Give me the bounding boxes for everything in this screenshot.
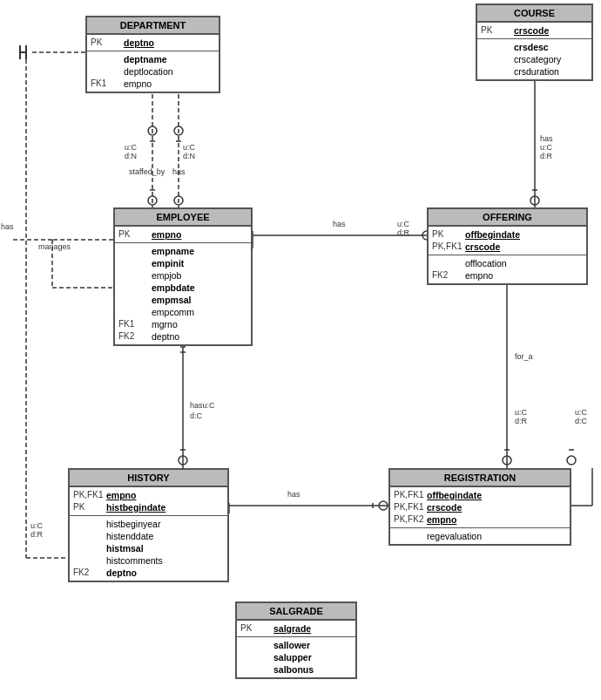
entity-department: DEPARTMENT PK deptno deptname deptlocati…: [85, 16, 220, 93]
entity-salgrade-pk: PK salgrade: [237, 621, 355, 637]
entity-employee-attrs: empname empinit empjob empbdate empmsal …: [115, 243, 251, 344]
entity-course: COURSE PK crscode crsdesc crscategory cr…: [476, 3, 593, 81]
entity-offering: OFFERING PK offbegindate PK,FK1 crscode …: [427, 207, 588, 285]
svg-point-36: [379, 501, 388, 510]
label-d-c: d:C: [190, 411, 202, 420]
label-uc-hist: u:C: [30, 521, 43, 530]
entity-salgrade-attrs: sallower salupper salbonus: [237, 637, 355, 677]
label-staffed-by: staffed_by: [129, 167, 165, 176]
svg-point-28: [503, 456, 511, 465]
label-dn-dept2: d:N: [183, 152, 195, 160]
entity-salgrade: SALGRADE PK salgrade sallower salupper s…: [235, 601, 357, 679]
label-has-emp-offering: has: [333, 220, 346, 228]
svg-point-15: [148, 196, 157, 205]
entity-course-attrs: crsdesc crscategory crsduration: [477, 39, 591, 79]
label-uc-reg1: u:C: [515, 408, 527, 417]
erd-diagram: u:C d:N u:C d:N staffed_by has has u:C d…: [0, 0, 601, 700]
svg-point-19: [174, 196, 183, 205]
entity-department-title: DEPARTMENT: [87, 17, 219, 35]
label-dn-dept1: d:N: [125, 152, 137, 160]
entity-offering-attrs: offlocation FK2 empno: [429, 255, 586, 283]
label-manages: manages: [38, 242, 71, 251]
entity-offering-pk: PK offbegindate PK,FK1 crscode: [429, 227, 586, 255]
entity-employee-pk: PK empno: [115, 227, 251, 243]
svg-point-44: [567, 456, 576, 465]
svg-point-32: [179, 456, 187, 465]
entity-registration-pk: PK,FK1 offbegindate PK,FK1 crscode PK,FK…: [390, 487, 570, 528]
label-uc-offering: u:C: [397, 220, 409, 228]
label-dr-hist: d:R: [30, 530, 43, 539]
entity-offering-title: OFFERING: [429, 209, 586, 227]
entity-history-pk: PK,FK1 empno PK histbegindate: [70, 487, 227, 516]
entity-history-attrs: histbeginyear histenddate histmsal histc…: [70, 516, 227, 581]
svg-point-13: [148, 126, 157, 135]
label-dr-offering: d:R: [397, 228, 409, 237]
relationship-lines: [0, 0, 601, 700]
label-has-course: has: [540, 134, 553, 143]
entity-registration-title: REGISTRATION: [390, 470, 570, 487]
label-has-dept: has: [172, 167, 186, 176]
svg-point-24: [530, 196, 539, 205]
entity-history: HISTORY PK,FK1 empno PK histbegindate hi…: [68, 468, 229, 582]
entity-registration-attrs: regevaluation: [390, 528, 570, 544]
entity-employee-title: EMPLOYEE: [115, 209, 251, 227]
label-has-left: has: [1, 222, 14, 231]
entity-course-pk: PK crscode: [477, 23, 591, 39]
label-for-a: for_a: [515, 352, 533, 361]
entity-course-title: COURSE: [477, 5, 591, 23]
entity-department-pk: PK deptno: [87, 35, 219, 51]
entity-history-title: HISTORY: [70, 470, 227, 487]
label-uc-reg2: u:C: [575, 408, 587, 417]
label-dr-course: d:R: [540, 152, 552, 160]
label-uc-dept1: u:C: [125, 143, 137, 152]
entity-department-attrs: deptname deptlocation FK1 empno: [87, 51, 219, 92]
label-dr-reg1: d:R: [515, 417, 527, 425]
svg-point-17: [174, 126, 183, 135]
label-uc-course: u:C: [540, 143, 552, 152]
label-has-history: has: [287, 490, 300, 499]
entity-salgrade-title: SALGRADE: [237, 603, 355, 621]
label-uc-dept2: u:C: [183, 143, 195, 152]
entity-employee: EMPLOYEE PK empno empname empinit empjob: [113, 207, 253, 346]
label-dc-reg2: d:C: [575, 417, 587, 425]
entity-registration: REGISTRATION PK,FK1 offbegindate PK,FK1 …: [388, 468, 571, 546]
label-hasu-c: hasu:C: [190, 401, 215, 410]
